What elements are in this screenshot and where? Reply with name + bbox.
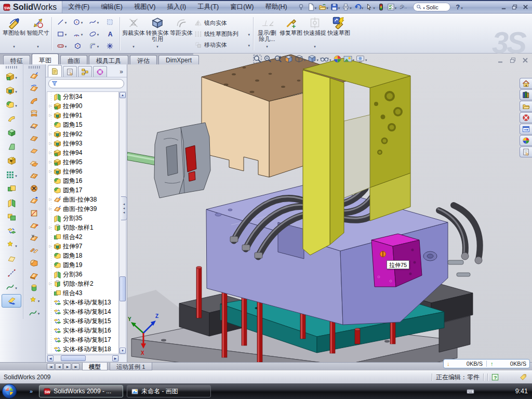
scroll-right-button[interactable]: ▶ bbox=[112, 355, 118, 362]
task-pane-tab[interactable] bbox=[520, 124, 532, 135]
ribbon-row-button-镜向实体[interactable]: 镜向实体 bbox=[193, 18, 251, 28]
feature-tree-item-拉伸96[interactable]: 拉伸96 bbox=[47, 167, 118, 176]
tag-icon[interactable] bbox=[520, 374, 527, 381]
model-tab-模型[interactable]: 模型 bbox=[82, 363, 108, 370]
toolbar-button[interactable] bbox=[2, 70, 21, 84]
feature-tree-item-拉伸90[interactable]: 拉伸90 bbox=[47, 101, 118, 111]
toolbar-overflow[interactable]: 少.. bbox=[397, 4, 409, 10]
commandmanager-tab-模具工具[interactable]: 模具工具 bbox=[89, 55, 128, 64]
menu-item[interactable]: 文件(F) bbox=[62, 3, 95, 11]
expand-arrow-icon[interactable] bbox=[48, 169, 53, 174]
toolbar-button[interactable] bbox=[2, 224, 21, 238]
expand-arrow-icon[interactable] bbox=[48, 141, 53, 145]
toolbar-button[interactable] bbox=[2, 84, 21, 98]
panel-splitter-handle[interactable]: ◂◂◂ bbox=[121, 196, 127, 220]
feature-tree-item-切除-放样2[interactable]: 切除-放样2 bbox=[47, 279, 118, 288]
quick-access-button[interactable] bbox=[306, 2, 318, 13]
doc-minimize-button[interactable] bbox=[496, 56, 504, 64]
panel-tabs-overflow[interactable]: » bbox=[119, 68, 126, 77]
minimize-button[interactable] bbox=[499, 3, 508, 11]
quick-access-button[interactable] bbox=[296, 2, 306, 13]
feature-tree-item-实体-移动/复制14[interactable]: 实体-移动/复制14 bbox=[47, 307, 118, 316]
expand-arrow-icon[interactable] bbox=[48, 132, 53, 136]
feature-tree-item-分割34[interactable]: 分割34 bbox=[47, 92, 118, 101]
sketch-entity-button[interactable] bbox=[102, 16, 118, 28]
toolbar-button[interactable] bbox=[2, 112, 21, 126]
menu-item[interactable]: 帮助(H) bbox=[259, 3, 292, 11]
taskbar-clock[interactable]: 9:41 bbox=[515, 388, 528, 395]
toolbar-button[interactable] bbox=[24, 257, 44, 269]
task-pane-tab[interactable] bbox=[520, 112, 532, 123]
toolbar-button[interactable] bbox=[2, 252, 21, 266]
expand-arrow-icon[interactable] bbox=[48, 225, 53, 230]
start-button[interactable] bbox=[2, 383, 17, 399]
sketch-entity-button[interactable] bbox=[102, 40, 118, 52]
toolbar-button[interactable] bbox=[24, 70, 44, 82]
quick-access-button[interactable] bbox=[329, 2, 341, 13]
scroll-down-button[interactable]: ▼ bbox=[119, 348, 126, 354]
ribbon-button-等距实体[interactable]: 等距实体 bbox=[169, 15, 193, 52]
toolbar-button[interactable] bbox=[2, 280, 21, 294]
task-pane-tab[interactable] bbox=[520, 135, 532, 146]
sketch-entity-button[interactable] bbox=[54, 28, 70, 40]
sketch-entity-button[interactable] bbox=[70, 40, 86, 52]
expand-arrow-icon[interactable] bbox=[48, 197, 53, 202]
feature-tree-item-圆角17[interactable]: 圆角17 bbox=[47, 185, 118, 195]
task-pane-tab[interactable] bbox=[520, 89, 532, 100]
feature-tree-item-曲面-拉伸39[interactable]: 曲面-拉伸39 bbox=[47, 204, 118, 214]
toolbar-button[interactable] bbox=[24, 232, 44, 244]
feature-tree-item-拉伸93[interactable]: 拉伸93 bbox=[47, 139, 118, 148]
taskbar-task-button-未命名---画图[interactable]: 未命名 - 画图 bbox=[127, 385, 211, 397]
feature-tree-item-分割35[interactable]: 分割35 bbox=[47, 214, 118, 223]
toolbar-button[interactable] bbox=[24, 169, 44, 182]
expand-arrow-icon[interactable] bbox=[48, 104, 53, 108]
sketch-entity-button[interactable] bbox=[86, 28, 102, 40]
study-nav-button[interactable]: ◀ bbox=[55, 363, 63, 370]
ribbon-row-button-线性草图阵列[interactable]: 线性草图阵列 bbox=[193, 29, 251, 39]
headsup-view-button[interactable] bbox=[253, 55, 262, 63]
toolbar-button[interactable] bbox=[24, 282, 44, 294]
toolbar-button[interactable] bbox=[24, 219, 44, 232]
commandmanager-tab-dimxpert[interactable]: DimXpert bbox=[158, 55, 199, 64]
feature-tree-item-圆角19[interactable]: 圆角19 bbox=[47, 260, 118, 270]
expand-arrow-icon[interactable] bbox=[48, 207, 53, 211]
panel-tab[interactable] bbox=[63, 66, 77, 77]
expand-arrow-icon[interactable] bbox=[48, 113, 53, 117]
toolbar-button[interactable] bbox=[2, 196, 21, 210]
quick-access-button[interactable] bbox=[386, 2, 398, 13]
ribbon-button-剪裁实体[interactable]: 剪裁实体 bbox=[122, 15, 145, 52]
toolbar-button[interactable] bbox=[24, 182, 44, 194]
expand-arrow-icon[interactable] bbox=[48, 151, 53, 155]
keyboard-layout-icon[interactable] bbox=[467, 388, 474, 395]
feature-tree-item-圆角15[interactable]: 圆角15 bbox=[47, 120, 118, 129]
restore-button[interactable] bbox=[510, 3, 519, 11]
tree-filter-input[interactable] bbox=[48, 79, 124, 88]
feature-tree-item-切除-放样1[interactable]: 切除-放样1 bbox=[47, 223, 118, 232]
feature-tree-item-拉伸94[interactable]: 拉伸94 bbox=[47, 148, 118, 157]
headsup-view-button[interactable] bbox=[263, 55, 272, 63]
toolbar-button[interactable] bbox=[2, 182, 21, 196]
feature-tree-item-圆角18[interactable]: 圆角18 bbox=[47, 251, 118, 260]
ribbon-button-转换实体引用[interactable]: 转换实体引用 bbox=[145, 15, 169, 52]
sketch-entity-button[interactable] bbox=[54, 16, 70, 28]
feature-tree-item-拉伸97[interactable]: 拉伸97 bbox=[47, 242, 118, 251]
toolbar-grip[interactable] bbox=[6, 66, 17, 69]
task-pane-tab[interactable] bbox=[520, 147, 532, 157]
feature-tree-item-拉伸91[interactable]: 拉伸91 bbox=[47, 111, 118, 120]
headsup-view-button[interactable] bbox=[343, 55, 355, 63]
feature-tree-item-拉伸95[interactable]: 拉伸95 bbox=[47, 157, 118, 167]
scroll-up-button[interactable]: ▲ bbox=[119, 92, 126, 98]
menu-item[interactable]: 窗口(W) bbox=[224, 3, 259, 11]
search-input[interactable] bbox=[426, 4, 447, 10]
feature-tree-item-实体-移动/复制18[interactable]: 实体-移动/复制18 bbox=[47, 344, 118, 354]
quick-access-button[interactable] bbox=[364, 2, 376, 13]
toolbar-button[interactable] bbox=[24, 119, 44, 132]
commandmanager-tab-草图[interactable]: 草图 bbox=[32, 54, 59, 64]
task-pane-tab[interactable] bbox=[520, 78, 532, 89]
feature-tree-item-曲面-拉伸38[interactable]: 曲面-拉伸38 bbox=[47, 195, 118, 204]
sketch-entity-button[interactable] bbox=[86, 40, 102, 52]
sketch-entity-button[interactable] bbox=[54, 40, 70, 52]
feature-tree-item-实体-移动/复制15[interactable]: 实体-移动/复制15 bbox=[47, 316, 118, 326]
toolbar-button[interactable] bbox=[24, 307, 44, 319]
headsup-view-button[interactable] bbox=[356, 55, 367, 63]
